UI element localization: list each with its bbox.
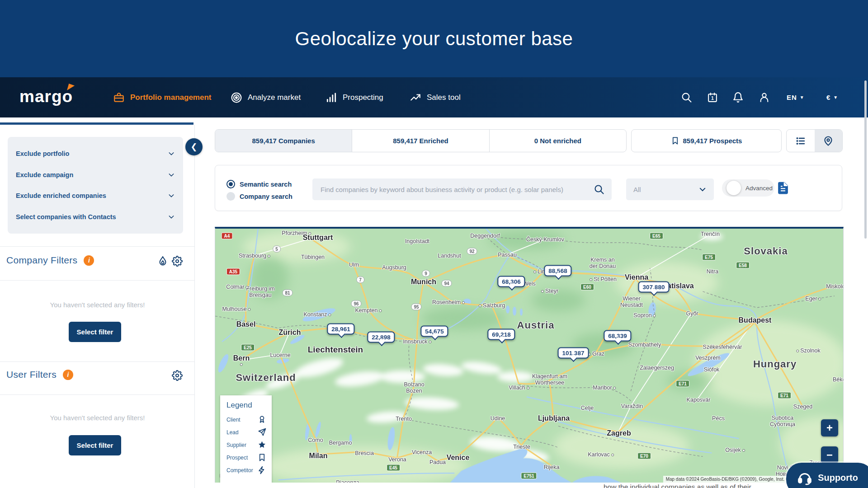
road-shield: 81	[282, 290, 292, 296]
gear-icon[interactable]	[172, 370, 183, 381]
bell-icon	[732, 92, 744, 103]
gear-icon[interactable]	[172, 256, 183, 267]
cluster-marker[interactable]: 22,898	[367, 332, 395, 343]
map-label: Székesfehérvár	[703, 344, 742, 350]
map-label: Zürich	[279, 328, 301, 337]
list-icon	[795, 136, 806, 146]
support-button[interactable]: Supporto	[786, 463, 868, 488]
sidebar-collapse-button[interactable]: ❮	[185, 138, 203, 155]
cluster-marker[interactable]: 69,218	[487, 329, 515, 340]
map-label: Hungary	[753, 358, 797, 370]
file-text-icon[interactable]	[776, 181, 790, 195]
road-shield: 94	[441, 280, 452, 287]
search-panel: Semantic search Company search All Advan…	[215, 165, 842, 211]
map-label: Veszprém	[695, 355, 721, 361]
map-label: Udine	[491, 415, 505, 422]
road-shield: A35	[226, 268, 240, 275]
select-companies-contacts-row[interactable]: Select companies with Contacts	[16, 213, 175, 221]
flame-icon[interactable]	[157, 256, 168, 267]
toggle-knob	[726, 181, 741, 195]
award-icon	[258, 415, 266, 424]
cluster-marker[interactable]: 307,880	[638, 282, 670, 293]
town-dot-icon	[613, 387, 616, 389]
road-shield: 5	[273, 246, 281, 253]
road-shield: A4	[222, 233, 233, 239]
scope-dropdown[interactable]: All	[626, 178, 714, 200]
user-icon	[759, 92, 770, 103]
cluster-marker[interactable]: 88,568	[544, 265, 571, 277]
info-icon[interactable]: i	[84, 255, 94, 266]
list-view-button[interactable]	[787, 130, 815, 152]
select-filter-button[interactable]: Select filter	[69, 322, 121, 342]
cluster-marker[interactable]: 68,339	[604, 330, 631, 342]
search-icon[interactable]	[594, 184, 604, 195]
map-label: Milan	[309, 452, 328, 460]
map-label: Budapest	[739, 316, 772, 324]
bookmark-icon	[671, 136, 679, 145]
map-label: Piacenza	[336, 479, 359, 483]
road-shield: E65	[650, 233, 663, 239]
account-nav-button[interactable]	[759, 77, 770, 117]
map-label: Munich	[411, 278, 436, 286]
semantic-search-radio[interactable]: Semantic search	[226, 180, 292, 188]
exclude-enriched-row[interactable]: Exclude enriched companies	[16, 192, 175, 199]
nav-item-portfolio-management[interactable]: Portfolio management	[113, 77, 211, 117]
cluster-marker[interactable]: 54,675	[420, 326, 448, 337]
results-map[interactable]: PforzheimStuttgartIngolstadtDeggendorfČe…	[215, 227, 844, 483]
map-label: Rosenheim	[432, 299, 465, 305]
map-label: Subotica Суботица	[770, 415, 795, 428]
company-search-radio[interactable]: Company search	[226, 192, 292, 201]
nav-item-sales-tool[interactable]: Sales tool	[410, 77, 461, 117]
margo-logo[interactable]: margo	[19, 87, 73, 106]
language-selector[interactable]: EN▼	[787, 77, 805, 117]
tab-not-enriched[interactable]: 0 Not enriched	[490, 130, 626, 152]
tab-companies[interactable]: 859,417 Companies	[215, 130, 352, 152]
exclude-campaign-row[interactable]: Exclude campaign	[16, 171, 175, 178]
road-shield: E751	[521, 473, 537, 479]
legend-item-competitor: Competitor	[226, 466, 266, 474]
tab-enriched[interactable]: 859,417 Enriched	[352, 130, 489, 152]
map-view-button[interactable]	[815, 130, 843, 152]
chevron-down-icon	[698, 185, 707, 193]
town-dot-icon	[268, 255, 270, 258]
map-label: Verona	[388, 456, 406, 463]
town-dot-icon	[533, 271, 536, 273]
exclude-options-card: Exclude portfolio Exclude campaign Exclu…	[8, 137, 183, 234]
search-nav-button[interactable]	[681, 77, 692, 117]
notifications-nav-button[interactable]	[732, 77, 744, 117]
map-label: Trenčín	[701, 231, 720, 237]
cluster-marker[interactable]: 101,387	[558, 347, 589, 359]
calendar-nav-button[interactable]: 1	[707, 77, 718, 117]
nav-item-prospecting[interactable]: Prospecting	[326, 77, 383, 117]
tab-prospects[interactable]: 859,417 Prospects	[631, 129, 782, 152]
town-dot-icon	[611, 454, 614, 456]
nav-item-analyze-market[interactable]: Analyze market	[231, 77, 301, 117]
search-input[interactable]	[312, 186, 594, 193]
user-filters-header: User Filters i	[6, 369, 73, 380]
road-shield: E25	[241, 344, 255, 351]
map-label: Bergamo	[329, 440, 352, 446]
zoom-in-button[interactable]: +	[821, 419, 838, 436]
road-shield: 7	[356, 277, 364, 283]
select-filter-button[interactable]: Select filter	[69, 435, 121, 455]
zoom-out-button[interactable]: −	[821, 446, 838, 464]
currency-selector[interactable]: €▼	[826, 77, 838, 117]
map-label: Miskolc	[826, 283, 844, 290]
map-label: Siófok	[704, 366, 720, 373]
chevron-down-icon	[168, 150, 175, 157]
map-label: Landshut	[438, 253, 461, 259]
exclude-portfolio-row[interactable]: Exclude portfolio	[16, 150, 175, 157]
map-label: Sopron	[633, 312, 656, 319]
map-label: Szolnok	[796, 347, 820, 354]
page-scrollbar[interactable]	[864, 80, 867, 239]
cluster-marker[interactable]: 28,961	[327, 324, 354, 335]
cluster-marker[interactable]: 68,306	[497, 276, 525, 287]
advanced-toggle[interactable]: Advanced	[722, 179, 774, 197]
town-dot-icon	[248, 308, 251, 311]
map-label: Trieste	[513, 444, 530, 450]
info-icon[interactable]: i	[63, 370, 73, 380]
chevron-down-icon	[168, 213, 175, 221]
radio-selected-icon	[226, 180, 235, 188]
map-label: Kaposvár	[687, 397, 711, 403]
map-label: Rijeka	[544, 464, 560, 470]
